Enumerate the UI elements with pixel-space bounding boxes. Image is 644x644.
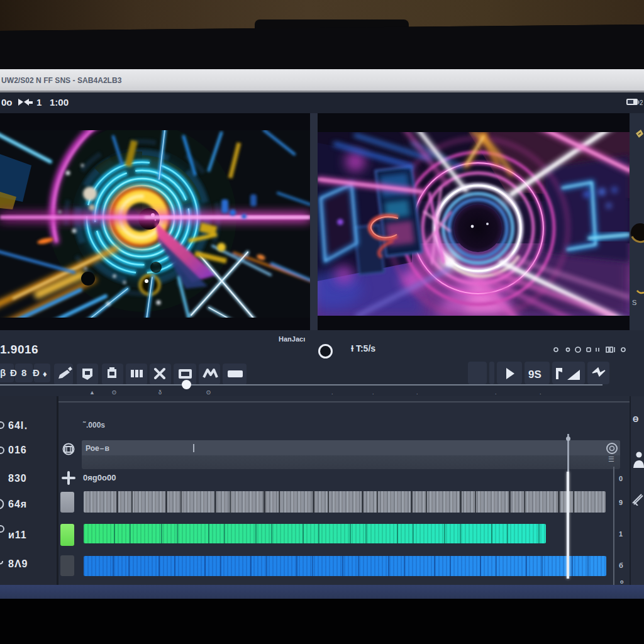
svg-text:.: .	[372, 389, 374, 396]
svg-text:Ѕ: Ѕ	[632, 299, 636, 306]
svg-text:.: .	[495, 389, 497, 396]
svg-text:δ: δ	[158, 389, 162, 396]
svg-text:Ð: Ð	[33, 367, 40, 378]
svg-text:β: β	[0, 367, 6, 378]
svg-text:.: .	[416, 389, 418, 396]
svg-text:▲: ▲	[89, 389, 95, 396]
svg-text:.: .	[540, 389, 541, 396]
svg-text:Ð: Ð	[10, 367, 17, 378]
svg-text:8: 8	[21, 367, 26, 378]
svg-text:.: .	[331, 389, 333, 396]
svg-text:9S: 9S	[528, 369, 541, 380]
svg-text:2: 2	[640, 99, 643, 106]
svg-text:ʘ: ʘ	[112, 389, 116, 396]
svg-text:ʘ: ʘ	[206, 389, 211, 396]
svg-text:♦: ♦	[43, 369, 47, 379]
